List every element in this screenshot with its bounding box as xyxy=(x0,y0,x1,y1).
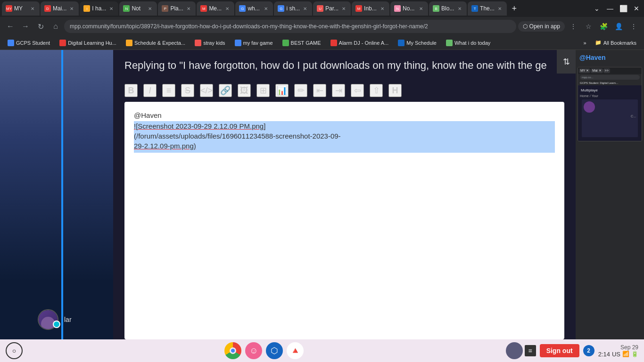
tab-play[interactable]: P Pla... ✕ xyxy=(158,1,196,16)
text-editor[interactable]: @Haven ![Screenshot 2023-09-29 2.12.09 P… xyxy=(124,102,564,339)
chrome-icon[interactable] xyxy=(224,342,241,359)
tab-close-mem[interactable]: ✕ xyxy=(224,5,231,12)
tab-ihave[interactable]: i I ha... ✕ xyxy=(80,1,118,16)
toolbar-code[interactable]: </> xyxy=(200,84,213,97)
preview-section-title: Multiplaye xyxy=(580,87,640,93)
toolbar-heading[interactable]: H xyxy=(388,84,402,97)
tab-close-inbox[interactable]: ✕ xyxy=(379,5,386,12)
start-button[interactable]: ○ xyxy=(6,342,23,359)
toolbar-fullscreen[interactable]: ⊞ xyxy=(256,84,270,97)
toolbar-italic[interactable]: I xyxy=(143,84,157,97)
tab-close-not[interactable]: ✕ xyxy=(147,5,153,12)
bookmark-straykids[interactable]: stray kids xyxy=(191,39,229,47)
toolbar-align-left[interactable]: ⇤ xyxy=(313,84,326,97)
time-row: 2:14 US 📶 🔋 xyxy=(598,351,638,358)
username-display: lar xyxy=(64,316,72,323)
tab-favicon-wha: G xyxy=(239,5,246,12)
app-icon-1[interactable]: ☺ xyxy=(245,342,262,359)
notification-badge[interactable]: 2 xyxy=(583,345,594,356)
address-input[interactable]: mpp.community/forum/topic/38972/i-have-f… xyxy=(64,20,516,33)
open-in-app-button[interactable]: ⬡ Open in app xyxy=(518,21,565,32)
bookmark-favicon-myfavgame xyxy=(235,40,241,46)
tab-close-play[interactable]: ✕ xyxy=(185,5,192,12)
tab-ish[interactable]: G i sh... ✕ xyxy=(274,1,312,16)
tab-blo[interactable]: B Blo... ✕ xyxy=(429,1,467,16)
toolbar-align-justify[interactable]: ⇧ xyxy=(370,84,383,97)
scroll-indicator[interactable]: ⇅ xyxy=(557,50,576,74)
close-window-button[interactable]: ✕ xyxy=(631,3,642,14)
tab-close-ihave[interactable]: ✕ xyxy=(108,5,115,12)
wifi-icon: 📶 xyxy=(622,351,629,357)
reload-button[interactable]: ↻ xyxy=(34,20,47,33)
bookmark-myfavgame[interactable]: my fav game xyxy=(231,39,277,47)
share-button[interactable]: ⋮ xyxy=(567,20,580,33)
tab-noo[interactable]: N No... ✕ xyxy=(390,1,428,16)
reply-header: Replying to "I have forgotton, how do I … xyxy=(113,50,576,79)
tab-wha[interactable]: G wh... ✕ xyxy=(235,1,273,16)
taskbar-avatar[interactable] xyxy=(506,342,523,359)
toolbar-link[interactable]: 🔗 xyxy=(219,84,232,97)
tab-inbox[interactable]: M Inb... ✕ xyxy=(352,1,389,16)
menu-button[interactable]: ⋮ xyxy=(627,20,640,33)
tab-list-button[interactable]: ⌄ xyxy=(591,3,603,14)
tab-mem[interactable]: M Me... ✕ xyxy=(197,1,234,16)
minimize-button[interactable]: — xyxy=(604,3,616,14)
home-button[interactable]: ⌂ xyxy=(49,20,62,33)
bookmark-gcps[interactable]: GCPS Student xyxy=(4,39,54,47)
bookmark-d2l[interactable]: Digital Learning Hu... xyxy=(56,39,120,47)
forward-button[interactable]: → xyxy=(19,20,32,33)
tab-close-blo[interactable]: ✕ xyxy=(456,5,463,12)
bookmark-button[interactable]: ☆ xyxy=(582,20,595,33)
bookmark-label-d2l: Digital Learning Hu... xyxy=(68,40,116,46)
toolbar-image[interactable]: 🖼 xyxy=(238,84,251,97)
toolbar-align-center[interactable]: ⇥ xyxy=(332,84,345,97)
tab-par[interactable]: U Par... ✕ xyxy=(313,1,351,16)
app-1-icon: ☺ xyxy=(249,346,258,356)
tab-close-ish[interactable]: ✕ xyxy=(302,5,308,12)
extension-button[interactable]: 🧩 xyxy=(597,20,610,33)
tab-close-my[interactable]: ✕ xyxy=(29,5,36,12)
tab-d2l[interactable]: D Mai... ✕ xyxy=(41,1,79,16)
right-panel: @Haven MY ✕ Mai ✕ >> mpp.co... GCPS Stud… xyxy=(576,50,644,339)
maximize-button[interactable]: ⬜ xyxy=(618,3,629,14)
tab-close-noo[interactable]: ✕ xyxy=(418,5,424,12)
bookmark-myschedule[interactable]: My Schedule xyxy=(394,39,440,47)
tab-my[interactable]: MY MY ✕ xyxy=(2,1,40,16)
tab-label-noo: No... xyxy=(403,5,416,12)
back-button[interactable]: ← xyxy=(4,20,17,33)
tab-close-the[interactable]: ✕ xyxy=(496,5,503,12)
tab-label-not: Not xyxy=(132,5,145,12)
drive-icon[interactable]: 🔺 xyxy=(287,342,304,359)
sidebar-blue-bar xyxy=(61,50,63,339)
profile-button[interactable]: 👤 xyxy=(612,20,625,33)
editor-line2: (/forum/assets/uploads/files/16960112345… xyxy=(134,132,555,140)
taskbar-list-icon[interactable]: ≡ xyxy=(525,345,536,356)
tab-the[interactable]: T The... ✕ xyxy=(468,1,507,16)
toolbar-strikethrough[interactable]: S xyxy=(181,84,194,97)
bookmark-label-whatiidotoday: What i do today xyxy=(454,40,490,46)
tab-close-wha[interactable]: ✕ xyxy=(263,5,269,12)
toolbar-bold[interactable]: B xyxy=(124,84,138,97)
toolbar-chart[interactable]: 📊 xyxy=(275,84,289,97)
editor-toolbar: B I ≡ S </> 🔗 🖼 ⊞ 📊 ✏ ⇤ ⇥ ⇦ ⇧ H xyxy=(113,79,576,102)
tab-favicon-inbox: M xyxy=(355,5,362,12)
bookmark-bestgame[interactable]: BEST GAME xyxy=(279,39,325,47)
toolbar-align-right[interactable]: ⇦ xyxy=(351,84,364,97)
tab-not[interactable]: N Not ✕ xyxy=(119,1,157,16)
sign-out-button[interactable]: Sign out xyxy=(540,344,579,357)
bookmark-schedule[interactable]: Schedule & Expecta... xyxy=(122,39,189,47)
taskbar: ○ ☺ ⬡ 🔺 ≡ Sign out xyxy=(0,339,644,362)
bookmarks-more-button[interactable]: » xyxy=(581,39,589,47)
right-panel-preview: @Haven MY ✕ Mai ✕ >> mpp.co... GCPS Stud… xyxy=(576,50,644,339)
toolbar-list[interactable]: ≡ xyxy=(162,84,175,97)
all-bookmarks-folder[interactable]: 📁 All Bookmarks xyxy=(591,39,640,47)
bookmark-alarm[interactable]: Alarm DJ - Online A... xyxy=(327,39,393,47)
app-icon-2[interactable]: ⬡ xyxy=(266,342,283,359)
bookmark-whatiidotoday[interactable]: What i do today xyxy=(442,39,494,47)
tab-close-d2l[interactable]: ✕ xyxy=(68,5,75,12)
bookmark-label-myschedule: My Schedule xyxy=(406,40,437,46)
tab-close-par[interactable]: ✕ xyxy=(340,5,347,12)
taskbar-right: ≡ Sign out 2 Sep 29 2:14 US 📶 🔋 xyxy=(506,342,638,359)
new-tab-button[interactable]: + xyxy=(508,2,521,15)
toolbar-pen[interactable]: ✏ xyxy=(294,84,307,97)
